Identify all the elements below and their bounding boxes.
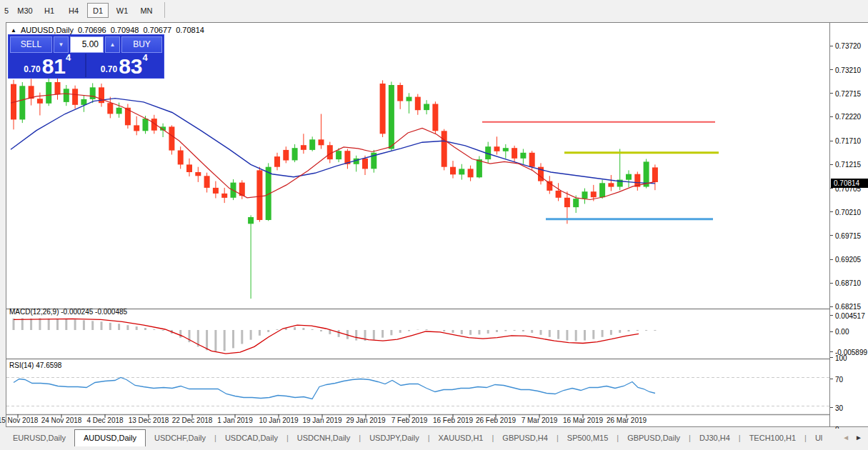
chart-tab-audusd[interactable]: AUDUSD,Daily (74, 429, 146, 446)
price-tick-label: 0.72220 (835, 113, 861, 121)
axis-tick-mark (830, 283, 833, 284)
axis-tick-mark (830, 306, 833, 307)
tab-scroll-controls: ◄► (842, 434, 868, 441)
chart-tab-usdcad[interactable]: USDCAD,Daily (216, 431, 286, 446)
sell-price-display[interactable]: 0.70 81 4 (10, 54, 86, 77)
sell-button[interactable]: SELL (10, 36, 52, 53)
price-tick-label: 0.71710 (835, 137, 861, 145)
axis-tick-mark (830, 69, 833, 70)
timeframe-button-m30[interactable]: M30 (14, 3, 36, 18)
tab-scroll-right-icon[interactable]: ► (855, 434, 862, 441)
axis-tick-mark (830, 259, 833, 260)
chart-tab-eurusd[interactable]: EURUSD,Daily (4, 431, 74, 446)
price-tick-label: 0.69205 (835, 256, 861, 264)
macd-tick-label: 0.00 (835, 328, 849, 336)
timeframe-toolbar: 5M30H1H4D1W1MN (0, 0, 868, 20)
date-tick-label: 16 Feb 2019 (433, 416, 473, 424)
axis-tick-mark (830, 141, 833, 141)
axis-tick-mark (830, 235, 833, 236)
buy-price-digits: 83 (119, 56, 142, 76)
date-tick-label: 4 Dec 2018 (86, 416, 123, 424)
chart-tabbar: EURUSD,DailyAUDUSD,DailyUSDCHF,Daily|USD… (0, 429, 868, 446)
date-tick-label: 29 Jan 2019 (346, 416, 385, 424)
chart-canvas[interactable] (6, 23, 829, 426)
chart-tab-sp500[interactable]: SP500,M15 (559, 431, 617, 446)
date-tick-label: 7 Feb 2019 (391, 416, 428, 424)
axis-tick-mark (830, 93, 833, 94)
date-tick-label: 7 Mar 2019 (522, 416, 558, 424)
axis-tick-mark (830, 331, 833, 332)
ohlc-open: 0.70696 (78, 26, 106, 34)
timeframe-button-h4[interactable]: H4 (63, 3, 84, 18)
date-tick-label: 10 Jan 2019 (259, 416, 298, 424)
chart-tab-ul[interactable]: Ul (807, 431, 831, 446)
date-tick-label: 1 Jan 2019 (217, 416, 253, 424)
chart-tab-gbpusd[interactable]: GBPUSD,H4 (494, 431, 557, 446)
timeframe-button-h1[interactable]: H1 (39, 3, 60, 18)
price-axis[interactable]: 0.737200.732100.727150.722200.717100.712… (829, 23, 868, 426)
buy-button[interactable]: BUY (121, 36, 162, 53)
sell-price-pip: 4 (66, 54, 71, 62)
axis-tick-mark (830, 357, 833, 358)
rsi-tick-label: 70 (835, 375, 843, 383)
toolbar-separator (164, 2, 165, 18)
date-tick-label: 19 Jan 2019 (302, 416, 341, 424)
date-tick-label: 22 Dec 2018 (172, 416, 213, 424)
timeframe-button-w1[interactable]: W1 (111, 3, 133, 18)
price-tick-label: 0.69715 (835, 231, 861, 239)
date-tick-label: 26 Feb 2019 (476, 416, 516, 424)
price-tick-label: 0.70210 (835, 208, 861, 216)
macd-indicator-label: MACD(12,26,9) -0.000245 -0.000485 (9, 308, 127, 316)
axis-tick-mark (830, 315, 833, 316)
price-tick-label: 0.68215 (835, 303, 861, 311)
chart-tab-usdjpy[interactable]: USDJPY,Daily (361, 431, 428, 446)
macd-tick-label: 0.004517 (835, 311, 865, 319)
chart-tab-gbpusd[interactable]: GBPUSD,Daily (619, 431, 689, 446)
tab-scroll-left-icon[interactable]: ◄ (842, 434, 849, 441)
ohlc-close: 0.70814 (176, 26, 204, 34)
price-tick-label: 0.73210 (835, 66, 861, 74)
chart-tab-dj30[interactable]: DJ30,H4 (691, 431, 739, 446)
axis-tick-mark (830, 116, 833, 117)
one-click-trading-panel: SELL ▼ 5.00 ▲ BUY 0.70 81 4 0.70 83 4 (8, 34, 164, 79)
current-price-badge: 0.70814 (831, 179, 868, 188)
volume-input[interactable]: 5.00 (70, 36, 104, 53)
chart-symbol-label: AUDUSD,Daily (21, 26, 74, 34)
timeframe-button-mn[interactable]: MN (136, 3, 157, 18)
date-tick-label: 24 Nov 2018 (41, 416, 82, 424)
timeframe-button-5[interactable]: 5 (1, 3, 11, 18)
collapse-triangle-icon[interactable]: ▲ (11, 27, 16, 34)
rsi-tick-label: 30 (835, 404, 843, 411)
chart-tab-xauusd[interactable]: XAUUSD,H1 (430, 431, 492, 446)
date-tick-label: 13 Dec 2018 (129, 416, 169, 424)
chart-tab-tech100[interactable]: TECH100,H1 (741, 431, 804, 446)
axis-tick-mark (830, 407, 833, 408)
chart-tab-usdcnh[interactable]: USDCNH,Daily (289, 431, 359, 446)
buy-price-prefix: 0.70 (101, 62, 117, 76)
buy-price-pip: 4 (143, 54, 148, 62)
axis-tick-mark (830, 211, 833, 212)
date-tick-label: 16 Mar 2019 (563, 416, 603, 424)
axis-tick-mark (830, 164, 833, 165)
chart-window: ▲ AUDUSD,Daily 0.70696 0.70948 0.70677 0… (6, 22, 868, 427)
ohlc-low: 0.70677 (143, 26, 171, 34)
date-tick-label: 15 Nov 2018 (0, 416, 38, 424)
timeframe-button-d1[interactable]: D1 (87, 3, 109, 18)
price-tick-label: 0.72715 (835, 89, 861, 97)
axis-tick-mark (830, 351, 833, 352)
chart-tab-usdchf[interactable]: USDCHF,Daily (146, 431, 214, 446)
chart-header: ▲ AUDUSD,Daily 0.70696 0.70948 0.70677 0… (11, 26, 204, 34)
volume-decrease-icon[interactable]: ▼ (54, 36, 69, 53)
rsi-indicator-label: RSI(14) 47.6598 (9, 361, 61, 369)
sell-price-prefix: 0.70 (24, 62, 40, 76)
buy-price-display[interactable]: 0.70 83 4 (86, 54, 163, 77)
sell-price-digits: 81 (42, 56, 66, 76)
axis-tick-mark (830, 379, 833, 379)
volume-increase-icon[interactable]: ▲ (105, 36, 120, 53)
price-tick-label: 0.71215 (835, 161, 861, 169)
price-tick-label: 0.73720 (835, 42, 861, 50)
rsi-tick-label: 100 (835, 354, 847, 361)
axis-tick-mark (830, 46, 833, 46)
date-tick-label: 26 Mar 2019 (607, 416, 647, 424)
price-tick-label: 0.68710 (835, 279, 861, 287)
